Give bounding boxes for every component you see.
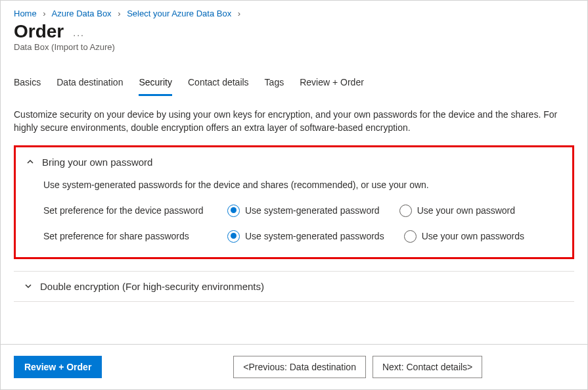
security-description: Customize security on your device by usi… [14,108,574,135]
breadcrumb-service[interactable]: Azure Data Box [52,9,112,18]
chevron-up-icon [25,158,35,166]
radio-icon [404,230,417,243]
double-encryption-header[interactable]: Double encryption (For high-security env… [23,281,574,292]
radio-icon [227,205,240,217]
breadcrumb-sep: › [238,9,240,18]
next-button[interactable]: Next: Contact details> [373,356,482,378]
device-password-system-label: Use system-generated password [245,205,380,216]
page-title: Order [14,21,64,42]
share-password-own-label: Use your own passwords [422,231,524,241]
device-password-system-radio[interactable]: Use system-generated password [227,205,380,217]
bring-your-own-password-section: Bring your own password Use system-gener… [14,145,574,259]
review-order-button[interactable]: Review + Order [14,356,102,378]
device-password-own-label: Use your own password [417,205,515,216]
wizard-footer: Review + Order <Previous: Data destinati… [1,344,587,389]
tab-security[interactable]: Security [139,74,172,96]
double-encryption-section: Double encryption (For high-security env… [14,271,574,302]
device-password-label: Set preference for the device password [43,205,227,216]
double-encryption-title: Double encryption (For high-security env… [40,281,264,292]
tab-contact-details[interactable]: Contact details [188,74,249,96]
share-password-system-label: Use system-generated passwords [245,231,384,241]
breadcrumb: Home › Azure Data Box › Select your Azur… [14,7,574,18]
tab-review-order[interactable]: Review + Order [300,74,364,96]
share-password-system-radio[interactable]: Use system-generated passwords [227,230,384,243]
tab-tags[interactable]: Tags [265,74,284,96]
bring-your-own-password-title: Bring your own password [42,157,152,168]
chevron-down-icon [23,282,34,290]
page-subtitle: Data Box (Import to Azure) [14,42,574,52]
breadcrumb-sep: › [43,9,45,18]
share-password-label: Set preference for share passwords [43,231,227,241]
bring-your-own-password-desc: Use system-generated passwords for the d… [43,180,563,190]
wizard-tabs: Basics Data destination Security Contact… [14,74,574,96]
radio-icon [227,230,240,243]
bring-your-own-password-header[interactable]: Bring your own password [25,157,563,168]
breadcrumb-sep: › [118,9,120,18]
tab-basics[interactable]: Basics [14,74,41,96]
more-actions-button[interactable]: ··· [73,30,85,40]
device-password-own-radio[interactable]: Use your own password [399,205,515,217]
radio-icon [399,205,412,217]
tab-data-destination[interactable]: Data destination [57,74,123,96]
breadcrumb-home[interactable]: Home [14,9,37,18]
share-password-own-radio[interactable]: Use your own passwords [404,230,524,243]
breadcrumb-select[interactable]: Select your Azure Data Box [127,9,231,18]
previous-button[interactable]: <Previous: Data destination [233,356,366,378]
